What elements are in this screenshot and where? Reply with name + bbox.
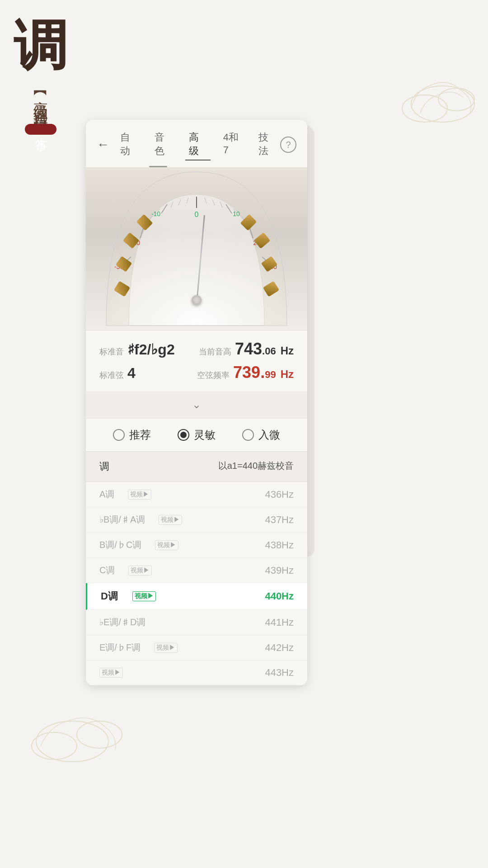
nav-4and7[interactable]: 4和7 xyxy=(220,129,246,160)
svg-text:10: 10 xyxy=(233,210,240,217)
row-freq-c: 439Hz xyxy=(265,565,294,576)
table-row[interactable]: 视频▶ 443Hz xyxy=(86,660,307,685)
expand-button[interactable]: ⌄ xyxy=(86,391,307,418)
sensitivity-sensitive[interactable]: 灵敏 xyxy=(178,428,216,442)
sensitivity-fine-label: 入微 xyxy=(258,428,280,442)
svg-text:0: 0 xyxy=(195,211,199,218)
svg-point-4 xyxy=(32,732,77,760)
current-high-label: 当前音高 xyxy=(199,346,231,357)
row-freq-last: 443Hz xyxy=(265,667,294,679)
table-row[interactable]: B调/♭C调 视频▶ 438Hz xyxy=(86,533,307,558)
info-section: 标准音 ♯f2/♭g2 当前音高 743.06 Hz 标准弦 4 空弦频率 73… xyxy=(86,330,307,391)
main-character: 调 xyxy=(14,18,68,72)
left-panel: 调 【高级调音模式】 古筝 xyxy=(14,18,68,135)
row-key-eb: ♭E调/♯D调 xyxy=(99,616,145,628)
sensitivity-sensitive-label: 灵敏 xyxy=(194,428,216,442)
open-freq-label: 空弦频率 xyxy=(197,370,230,381)
row-freq-eb: 441Hz xyxy=(265,617,294,628)
string-value: 4 xyxy=(127,365,136,382)
row-key-last: 视频▶ xyxy=(99,668,123,678)
sensitivity-selector: 推荐 灵敏 入微 xyxy=(86,418,307,452)
nav-advanced[interactable]: 高级 xyxy=(185,129,211,160)
open-freq-value: 739.99 Hz xyxy=(233,363,294,382)
row-key-a: A调 视频▶ xyxy=(99,488,151,500)
card-stack: ← 自动 音色 高级 4和7 技法 ? xyxy=(86,120,307,685)
row-freq-b: 438Hz xyxy=(265,539,294,551)
table-row[interactable]: ♭B调/♯A调 视频▶ 437Hz xyxy=(86,507,307,533)
svg-point-1 xyxy=(402,95,447,122)
table-row[interactable]: A调 视频▶ 436Hz xyxy=(86,482,307,507)
gauge-arch: 0 10 20 30 -10 -20 -30 xyxy=(93,167,300,330)
top-nav: ← 自动 音色 高级 4和7 技法 ? xyxy=(86,120,307,166)
sensitivity-recommend[interactable]: 推荐 xyxy=(113,428,151,442)
svg-point-3 xyxy=(36,721,108,762)
needle-pivot xyxy=(192,295,202,305)
sensitivity-recommend-label: 推荐 xyxy=(129,428,151,442)
tuning-table-header: 调 以a1=440赫兹校音 xyxy=(86,452,307,482)
nav-items: 自动 音色 高级 4和7 技法 xyxy=(117,129,280,160)
standard-pitch-label: 标准音 xyxy=(99,346,124,357)
help-button[interactable]: ? xyxy=(280,137,296,153)
radio-recommend[interactable] xyxy=(113,429,125,441)
table-row[interactable]: ♭E调/♯D调 441Hz xyxy=(86,610,307,635)
row-key-c: C调 视频▶ xyxy=(99,564,152,576)
standard-string-label: 标准弦 xyxy=(99,370,124,381)
row-freq-e: 442Hz xyxy=(265,642,294,654)
back-button[interactable]: ← xyxy=(97,137,109,152)
row-key-bb: ♭B调/♯A调 视频▶ xyxy=(99,514,182,526)
row-freq-a: 436Hz xyxy=(265,489,294,500)
string-info-row: 标准弦 4 空弦频率 739.99 Hz xyxy=(99,363,294,382)
note-display: ♯f2/♭g2 xyxy=(127,341,175,358)
chevron-down-icon: ⌄ xyxy=(192,398,201,411)
instrument-badge: 古筝 xyxy=(25,124,56,135)
svg-point-2 xyxy=(438,88,474,111)
row-freq-d: 440Hz xyxy=(265,590,294,602)
table-row-active[interactable]: D调 视频▶ 440Hz xyxy=(86,583,307,610)
subtitle-text: 【高级调音模式】 xyxy=(31,86,51,115)
nav-timbre[interactable]: 音色 xyxy=(151,129,176,160)
main-card: ← 自动 音色 高级 4和7 技法 ? xyxy=(86,120,307,685)
row-key-b: B调/♭C调 视频▶ xyxy=(99,539,178,551)
pitch-info-row: 标准音 ♯f2/♭g2 当前音高 743.06 Hz xyxy=(99,340,294,359)
nav-auto[interactable]: 自动 xyxy=(117,129,142,160)
table-row[interactable]: E调/♭F调 视频▶ 442Hz xyxy=(86,635,307,660)
nav-technique[interactable]: 技法 xyxy=(255,129,280,160)
tuning-header-key: 调 xyxy=(99,460,109,473)
tuning-header-freq: 以a1=440赫兹校音 xyxy=(218,460,294,473)
cloud-decoration-bottom xyxy=(27,696,127,778)
current-freq-value: 743.06 Hz xyxy=(235,340,294,359)
row-key-d: D调 视频▶ xyxy=(101,590,156,603)
row-key-e: E调/♭F调 视频▶ xyxy=(99,642,178,654)
row-freq-bb: 437Hz xyxy=(265,514,294,526)
gauge-area: 0 10 20 30 -10 -20 -30 xyxy=(86,167,307,330)
svg-text:-10: -10 xyxy=(151,210,160,217)
radio-fine[interactable] xyxy=(242,429,254,441)
table-row[interactable]: C调 视频▶ 439Hz xyxy=(86,558,307,583)
radio-sensitive[interactable] xyxy=(178,429,189,441)
cloud-decoration-top xyxy=(389,68,479,140)
sensitivity-fine[interactable]: 入微 xyxy=(242,428,280,442)
